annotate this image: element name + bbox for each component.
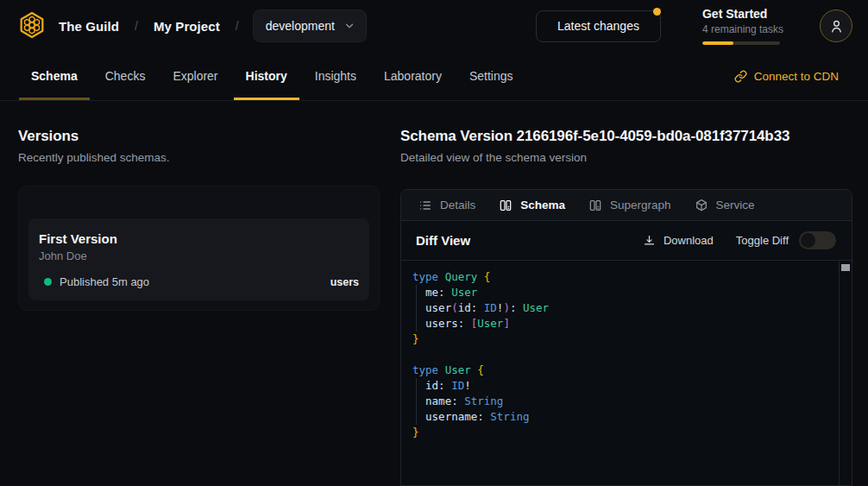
version-name: First Version bbox=[39, 231, 359, 246]
code-line: } bbox=[412, 331, 839, 347]
nav-tabs: SchemaChecksExplorerHistoryInsightsLabor… bbox=[19, 52, 529, 100]
download-icon bbox=[643, 234, 656, 247]
nav-tab-laboratory[interactable]: Laboratory bbox=[372, 52, 454, 100]
code-line: } bbox=[412, 425, 839, 440]
version-author: John Doe bbox=[39, 249, 359, 262]
diff-view-title: Diff View bbox=[416, 233, 470, 248]
download-button[interactable]: Download bbox=[643, 234, 714, 247]
diff-toolbar: Diff View Download Toggle Diff bbox=[401, 221, 852, 261]
schema-version-subtitle: Detailed view of the schema version bbox=[400, 151, 852, 164]
schema-version-title: Schema Version 2166196f-5e10-4059-bd0a-0… bbox=[400, 127, 852, 146]
breadcrumb-separator: / bbox=[135, 19, 138, 33]
chevron-down-icon bbox=[343, 20, 355, 32]
code-line: type User { bbox=[412, 363, 839, 378]
nav-tab-insights[interactable]: Insights bbox=[303, 52, 368, 100]
hive-logo-icon[interactable] bbox=[17, 10, 47, 41]
connect-to-cdn-button[interactable]: Connect to CDN bbox=[734, 70, 839, 83]
breadcrumb-project[interactable]: My Project bbox=[154, 19, 220, 34]
get-started-subtitle: 4 remaining tasks bbox=[702, 23, 783, 35]
versions-title: Versions bbox=[18, 127, 380, 146]
link-icon bbox=[734, 70, 747, 83]
code-line bbox=[412, 347, 839, 363]
columns-icon bbox=[588, 199, 602, 212]
columns-icon bbox=[499, 199, 513, 212]
code-line: id: ID! bbox=[412, 378, 839, 394]
get-started-title: Get Started bbox=[702, 7, 783, 22]
nav-tab-history[interactable]: History bbox=[234, 52, 299, 100]
target-selector-value: development bbox=[266, 19, 335, 33]
code-scrollbar-thumb[interactable] bbox=[841, 264, 850, 271]
breadcrumb: The Guild / My Project / bbox=[59, 19, 239, 34]
detail-tab-label: Schema bbox=[520, 199, 565, 211]
download-label: Download bbox=[664, 234, 714, 247]
detail-tabs: DetailsSchemaSupergraphService bbox=[401, 190, 852, 221]
code-scrollbar bbox=[839, 261, 852, 485]
get-started-progress-fill bbox=[702, 41, 733, 45]
breadcrumb-org[interactable]: The Guild bbox=[59, 19, 119, 34]
breadcrumb-separator: / bbox=[236, 19, 239, 33]
list-icon bbox=[418, 199, 432, 212]
toggle-knob bbox=[801, 233, 815, 248]
detail-tab-schema[interactable]: Schema bbox=[499, 199, 565, 212]
code-line: user(id: ID!): User bbox=[412, 300, 839, 316]
nav-tab-settings[interactable]: Settings bbox=[457, 52, 525, 100]
latest-changes-label: Latest changes bbox=[557, 19, 639, 33]
nav-tab-explorer[interactable]: Explorer bbox=[160, 52, 230, 100]
notification-dot bbox=[653, 8, 661, 16]
detail-tab-supergraph[interactable]: Supergraph bbox=[588, 199, 671, 212]
detail-tab-label: Details bbox=[440, 199, 475, 211]
connect-to-cdn-label: Connect to CDN bbox=[754, 70, 839, 83]
versions-list-card: First Version John Doe Published 5m ago … bbox=[18, 186, 380, 311]
user-avatar[interactable] bbox=[820, 9, 852, 42]
latest-changes-button[interactable]: Latest changes bbox=[536, 10, 661, 42]
get-started-progressbar bbox=[702, 41, 780, 45]
code-line: me: User bbox=[412, 285, 839, 300]
graphql-code: type Query { me: User user(id: ID!): Use… bbox=[401, 261, 839, 485]
code-line: users: [User] bbox=[412, 316, 839, 331]
version-detail-column: Schema Version 2166196f-5e10-4059-bd0a-0… bbox=[400, 101, 852, 486]
cube-icon bbox=[695, 199, 708, 212]
main-content: Versions Recently published schemas. Fir… bbox=[0, 101, 868, 486]
indent-guide bbox=[416, 378, 417, 425]
user-icon bbox=[828, 18, 845, 35]
code-line: type Query { bbox=[412, 269, 839, 285]
detail-tab-service[interactable]: Service bbox=[695, 199, 755, 212]
code-line: username: String bbox=[412, 409, 839, 425]
nav-tab-checks[interactable]: Checks bbox=[93, 52, 158, 100]
primary-nav: SchemaChecksExplorerHistoryInsightsLabor… bbox=[0, 52, 868, 101]
service-badge: users bbox=[330, 276, 359, 288]
app-header: The Guild / My Project / development Lat… bbox=[0, 0, 868, 52]
nav-tab-schema[interactable]: Schema bbox=[19, 52, 90, 100]
schema-code-viewer: type Query { me: User user(id: ID!): Use… bbox=[401, 261, 852, 485]
versions-column: Versions Recently published schemas. Fir… bbox=[0, 101, 400, 486]
detail-tab-details[interactable]: Details bbox=[418, 199, 475, 212]
version-status: Published 5m ago bbox=[60, 275, 149, 288]
version-detail-panel: DetailsSchemaSupergraphService Diff View… bbox=[400, 189, 852, 486]
target-selector[interactable]: development bbox=[253, 9, 367, 42]
published-status-dot bbox=[44, 278, 52, 286]
get-started-widget[interactable]: Get Started 4 remaining tasks bbox=[702, 7, 783, 45]
versions-subtitle: Recently published schemas. bbox=[18, 151, 380, 164]
version-list-item[interactable]: First Version John Doe Published 5m ago … bbox=[28, 218, 369, 300]
indent-guide bbox=[416, 285, 417, 331]
detail-tab-label: Supergraph bbox=[610, 199, 671, 211]
code-line: name: String bbox=[412, 394, 839, 409]
toggle-diff-label: Toggle Diff bbox=[736, 234, 789, 247]
toggle-diff-switch[interactable] bbox=[799, 231, 836, 249]
detail-tab-label: Service bbox=[716, 199, 755, 211]
